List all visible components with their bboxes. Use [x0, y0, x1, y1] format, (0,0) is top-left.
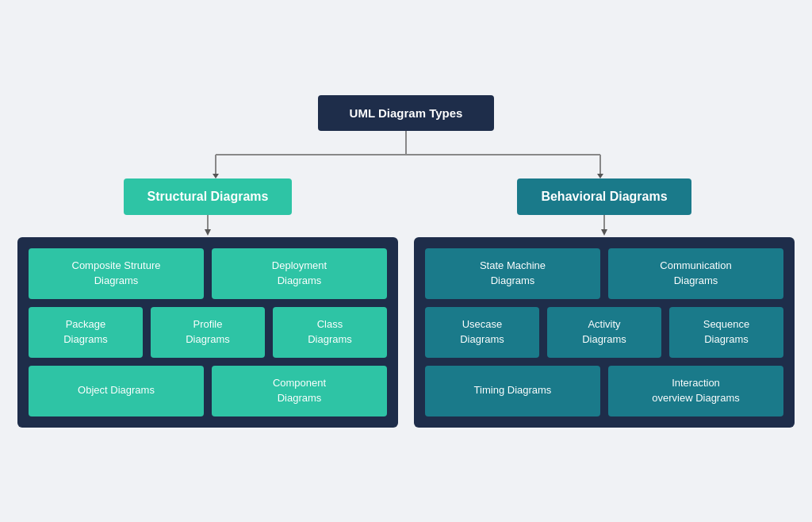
root-connector — [49, 131, 763, 178]
component-diagrams: ComponentDiagrams — [212, 366, 387, 416]
behavioral-row-1: State MachineDiagrams CommunicationDiagr… — [425, 248, 783, 299]
branches: Structural Diagrams Composite StrutureDi… — [17, 178, 795, 428]
structural-branch: Structural Diagrams Composite StrutureDi… — [17, 178, 398, 428]
behavioral-down-connector — [565, 215, 644, 237]
structural-panel: Composite StrutureDiagrams DeploymentDia… — [17, 237, 398, 428]
class-diagrams: ClassDiagrams — [273, 307, 387, 358]
composite-structure-diagrams: Composite StrutureDiagrams — [29, 248, 204, 299]
structural-header: Structural Diagrams — [124, 178, 293, 215]
communication-diagrams: CommunicationDiagrams — [608, 248, 783, 299]
deployment-diagrams: DeploymentDiagrams — [212, 248, 387, 299]
structural-row-1: Composite StrutureDiagrams DeploymentDia… — [29, 248, 387, 299]
structural-row-2: PackageDiagrams ProfileDiagrams ClassDia… — [29, 307, 387, 358]
behavioral-panel: State MachineDiagrams CommunicationDiagr… — [414, 237, 795, 428]
behavioral-row-2: UsecaseDiagrams ActivityDiagrams Sequenc… — [425, 307, 783, 358]
object-diagrams: Object Diagrams — [29, 366, 204, 416]
timing-diagrams: Timing Diagrams — [425, 366, 600, 416]
activity-diagrams: ActivityDiagrams — [547, 307, 661, 358]
sequence-diagrams: SequenceDiagrams — [669, 307, 783, 358]
behavioral-header: Behavioral Diagrams — [517, 178, 691, 215]
behavioral-row-3: Timing Diagrams Interactionoverview Diag… — [425, 366, 783, 416]
usecase-diagrams: UsecaseDiagrams — [425, 307, 539, 358]
state-machine-diagrams: State MachineDiagrams — [425, 248, 600, 299]
diagram-container: UML Diagram Types Structural Diagrams — [17, 95, 795, 428]
root-title: UML Diagram Types — [350, 106, 463, 120]
structural-row-3: Object Diagrams ComponentDiagrams — [29, 366, 387, 416]
behavioral-branch: Behavioral Diagrams State MachineDiagram… — [414, 178, 795, 428]
interaction-overview-diagrams: Interactionoverview Diagrams — [608, 366, 783, 416]
structural-down-connector — [168, 215, 247, 237]
svg-marker-9 — [601, 229, 607, 236]
svg-marker-7 — [205, 229, 211, 236]
profile-diagrams: ProfileDiagrams — [151, 307, 265, 358]
package-diagrams: PackageDiagrams — [29, 307, 143, 358]
root-node: UML Diagram Types — [318, 95, 495, 131]
